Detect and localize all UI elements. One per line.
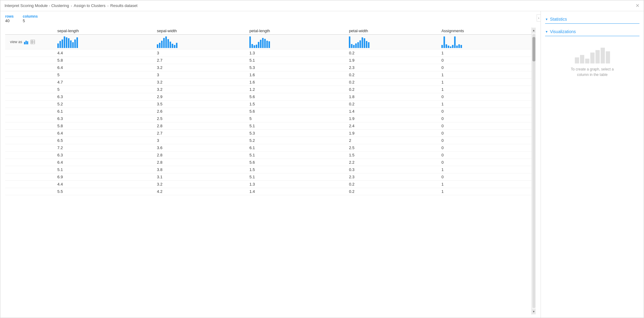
table-row: 6.93.15.12.30 xyxy=(5,173,531,181)
main-container: Interpret Scoring Module - Clustering › … xyxy=(0,0,644,318)
statistics-arrow-icon: ▼ xyxy=(545,18,548,21)
columns-value: 5 xyxy=(23,19,38,23)
table-icon[interactable] xyxy=(31,40,35,44)
svg-rect-3 xyxy=(31,40,35,44)
table-row: 5.82.75.11.90 xyxy=(5,57,531,64)
viz-placeholder-text: To create a graph, select acolumn in the… xyxy=(571,67,614,77)
table-row: 5.54.21.40.21 xyxy=(5,188,531,195)
visualizations-section: ▼ Visualizations xyxy=(545,27,639,84)
table-row: 6.32.551.90 xyxy=(5,115,531,122)
view-as-cell: view as xyxy=(5,35,55,50)
table-row: 6.43.25.32.30 xyxy=(5,64,531,71)
svg-rect-2 xyxy=(27,41,28,44)
column-header-row: sepal-length sepal-width petal-length pe… xyxy=(5,27,531,35)
viz-placeholder: To create a graph, select acolumn in the… xyxy=(545,39,639,84)
rows-value: 40 xyxy=(5,19,14,23)
data-table: sepal-length sepal-width petal-length pe… xyxy=(5,27,531,195)
table-row: 5.13.81.50.31 xyxy=(5,166,531,173)
meta-row: rows 40 columns 5 xyxy=(5,14,536,23)
table-row: 4.431.30.21 xyxy=(5,50,531,57)
table-row: 6.32.85.11.50 xyxy=(5,152,531,159)
chart-placeholder-icon xyxy=(575,45,610,63)
content-area: rows 40 columns 5 xyxy=(0,11,644,318)
mini-chart-petal-length[interactable] xyxy=(247,35,346,50)
meta-rows: rows 40 xyxy=(5,14,14,23)
svg-rect-0 xyxy=(24,42,25,44)
visualizations-label: Visualizations xyxy=(550,29,576,34)
col-header-sepal-length[interactable]: sepal-length xyxy=(55,27,154,35)
breadcrumb-part1[interactable]: Interpret Scoring Module - Clustering xyxy=(5,3,69,8)
scroll-track xyxy=(532,34,535,308)
table-row: 6.42.85.62.20 xyxy=(5,159,531,166)
breadcrumb-part2[interactable]: Assign to Clusters xyxy=(74,3,106,8)
view-as-row: view as xyxy=(5,35,531,50)
meta-columns: columns 5 xyxy=(23,14,38,23)
col-header-assignments[interactable]: Assignments xyxy=(439,27,531,35)
col-header-empty xyxy=(5,27,55,35)
scroll-down-arrow[interactable]: ▼ xyxy=(532,309,536,314)
col-header-sepal-width[interactable]: sepal-width xyxy=(154,27,247,35)
svg-rect-1 xyxy=(25,41,27,44)
mini-chart-assignments[interactable] xyxy=(439,35,531,50)
table-row: 53.21.20.21 xyxy=(5,86,531,93)
view-as-label: view as xyxy=(10,40,22,44)
breadcrumb: Interpret Scoring Module - Clustering › … xyxy=(5,3,137,8)
visualizations-section-header[interactable]: ▼ Visualizations xyxy=(545,27,639,36)
table-row: 6.42.75.31.90 xyxy=(5,130,531,137)
table-row: 531.60.21 xyxy=(5,71,531,79)
right-panel-content: ▼ Statistics ▼ Visualizations xyxy=(541,11,644,318)
breadcrumb-part3: Results dataset xyxy=(110,3,138,8)
table-row: 4.43.21.30.21 xyxy=(5,181,531,188)
left-panel: rows 40 columns 5 xyxy=(0,11,541,318)
table-row: 6.12.65.61.40 xyxy=(5,108,531,115)
scrollbar[interactable]: ▲ ▼ xyxy=(531,27,536,315)
table-row: 6.32.95.61.80 xyxy=(5,93,531,101)
statistics-section-header[interactable]: ▼ Statistics xyxy=(545,15,639,24)
table-row: 7.23.66.12.50 xyxy=(5,144,531,152)
table-row: 5.82.85.12.40 xyxy=(5,122,531,130)
col-header-petal-width[interactable]: petal-width xyxy=(346,27,439,35)
right-panel: › ▼ Statistics ▼ Visualizations xyxy=(541,11,644,318)
scroll-up-arrow[interactable]: ▲ xyxy=(532,28,536,33)
rows-label: rows xyxy=(5,14,14,19)
table-row: 4.73.21.60.21 xyxy=(5,79,531,86)
breadcrumb-sep1: › xyxy=(71,4,72,8)
columns-label: columns xyxy=(23,14,38,19)
breadcrumb-sep2: › xyxy=(107,4,109,8)
histogram-icon[interactable] xyxy=(24,39,29,44)
data-table-wrapper: sepal-length sepal-width petal-length pe… xyxy=(5,27,531,315)
scroll-thumb[interactable] xyxy=(532,37,535,61)
statistics-label: Statistics xyxy=(550,17,567,22)
mini-chart-sepal-width[interactable] xyxy=(154,35,247,50)
table-row: 5.23.51.50.21 xyxy=(5,101,531,108)
view-icons xyxy=(24,39,35,44)
panel-collapse-button[interactable]: › xyxy=(537,14,541,22)
header-bar: Interpret Scoring Module - Clustering › … xyxy=(0,0,644,11)
visualizations-arrow-icon: ▼ xyxy=(545,30,548,33)
close-icon[interactable]: ✕ xyxy=(636,3,639,9)
mini-chart-sepal-length[interactable] xyxy=(55,35,154,50)
mini-chart-petal-width[interactable] xyxy=(346,35,439,50)
table-row: 6.535.220 xyxy=(5,137,531,144)
col-header-petal-length[interactable]: petal-length xyxy=(247,27,346,35)
